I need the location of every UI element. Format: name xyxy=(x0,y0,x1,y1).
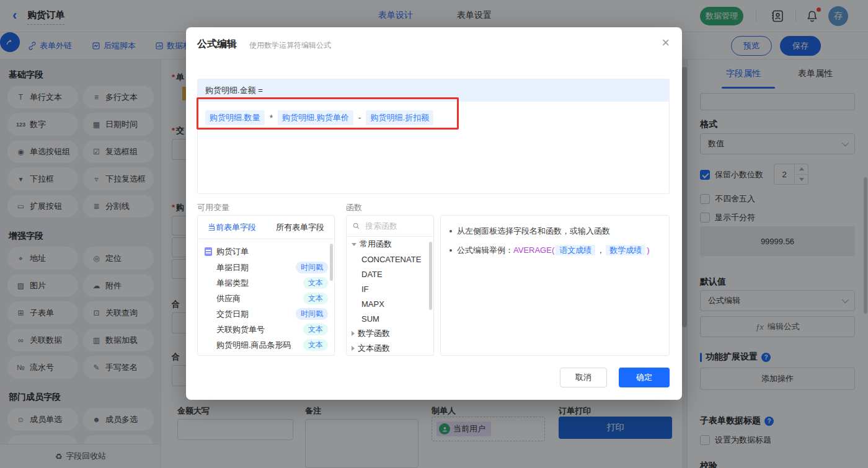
example-field-chip: 语文成绩 xyxy=(556,245,595,255)
formula-operator[interactable]: * xyxy=(268,113,274,123)
confirm-button[interactable]: 确定 xyxy=(619,368,670,387)
function-item[interactable]: SUM xyxy=(347,311,433,326)
bullet-icon xyxy=(450,230,452,232)
function-item[interactable]: IF xyxy=(347,281,433,296)
functions-label: 函数 xyxy=(346,202,362,213)
formula-field-token[interactable]: 购货明细.折扣额 xyxy=(366,110,433,125)
formula-field-token[interactable]: 购货明细.数量 xyxy=(205,110,265,125)
cancel-button[interactable]: 取消 xyxy=(560,368,607,387)
type-badge: 文本 xyxy=(303,293,328,304)
function-search[interactable] xyxy=(347,216,433,237)
tree-root-form[interactable]: 购货订单 xyxy=(198,244,334,260)
tab-all-form-fields[interactable]: 所有表单字段 xyxy=(266,222,334,233)
modal-subtitle: 使用数学运算符编辑公式 xyxy=(249,40,331,51)
variables-tree: 购货订单 单据日期时间戳 单据类型文本 供应商文本 交货日期时间戳 关联购货单号… xyxy=(198,239,334,353)
chevron-right-icon xyxy=(352,331,355,336)
example-field-chip: 数学成绩 xyxy=(606,245,645,255)
variables-tabs: 当前表单字段 所有表单字段 xyxy=(198,216,334,239)
search-icon xyxy=(352,222,360,230)
bullet-icon xyxy=(450,249,452,252)
chevron-down-icon xyxy=(352,243,356,246)
function-group-common[interactable]: 常用函数 xyxy=(347,237,433,252)
type-badge: 文本 xyxy=(303,339,328,351)
tab-current-form-fields[interactable]: 当前表单字段 xyxy=(198,222,266,233)
formula-editor: 购货明细.金额 = 购货明细.数量 * 购货明细.购货单价 - 购货明细.折扣额 xyxy=(197,79,670,194)
chevron-right-icon xyxy=(352,346,355,351)
variable-item[interactable]: 单据日期时间戳 xyxy=(198,260,334,275)
form-designer-app: ‹ 购货订单 表单设计 表单设置 数据管理 存 xyxy=(0,0,868,468)
document-icon xyxy=(205,247,212,256)
type-badge: 时间戳 xyxy=(296,308,328,320)
formula-target: 购货明细.金额 = xyxy=(198,79,669,102)
variables-label: 可用变量 xyxy=(197,202,229,213)
variables-scrollbar-thumb[interactable] xyxy=(330,244,333,281)
variables-panel: 当前表单字段 所有表单字段 购货订单 单据日期时间戳 单据类型文本 供应商文本 … xyxy=(197,215,335,356)
function-group-math[interactable]: 数学函数 xyxy=(347,326,433,341)
function-item[interactable]: DATE xyxy=(347,267,433,281)
help-tip: 从左侧面板选择字段名和函数，或输入函数 xyxy=(450,226,660,237)
variable-item[interactable]: 交货日期时间戳 xyxy=(198,306,334,322)
function-item[interactable]: CONCATENATE xyxy=(347,252,433,267)
type-badge: 文本 xyxy=(303,324,328,335)
formula-help-panel: 从左侧面板选择字段名和函数，或输入函数 公式编辑举例：AVERAGE(语文成绩，… xyxy=(440,215,670,356)
functions-panel: 常用函数 CONCATENATE DATE IF MAPX SUM 数学函数 文… xyxy=(346,215,434,356)
modal-title: 公式编辑 xyxy=(197,38,237,51)
variable-item[interactable]: 单据类型文本 xyxy=(198,275,334,291)
formula-edit-modal: 公式编辑 使用数学运算符编辑公式 × 购货明细.金额 = 购货明细.数量 * 购… xyxy=(186,27,682,400)
function-group-text[interactable]: 文本函数 xyxy=(347,341,433,356)
variable-item[interactable]: 购货明细.商品条形码文本 xyxy=(198,337,334,353)
formula-operator[interactable]: - xyxy=(357,113,363,123)
formula-input-area[interactable]: 购货明细.数量 * 购货明细.购货单价 - 购货明细.折扣额 xyxy=(198,102,669,134)
type-badge: 文本 xyxy=(303,277,328,289)
variable-item[interactable]: 关联购货单号文本 xyxy=(198,322,334,337)
formula-field-token[interactable]: 购货明细.购货单价 xyxy=(278,110,353,125)
close-icon[interactable]: × xyxy=(662,35,670,51)
type-badge: 时间戳 xyxy=(296,262,328,273)
help-example: 公式编辑举例：AVERAGE(语文成绩，数学成绩) xyxy=(450,245,660,256)
variable-item[interactable]: 供应商文本 xyxy=(198,291,334,306)
function-item[interactable]: MAPX xyxy=(347,296,433,311)
functions-scrollbar-thumb[interactable] xyxy=(429,242,432,310)
function-search-input[interactable] xyxy=(364,221,423,231)
